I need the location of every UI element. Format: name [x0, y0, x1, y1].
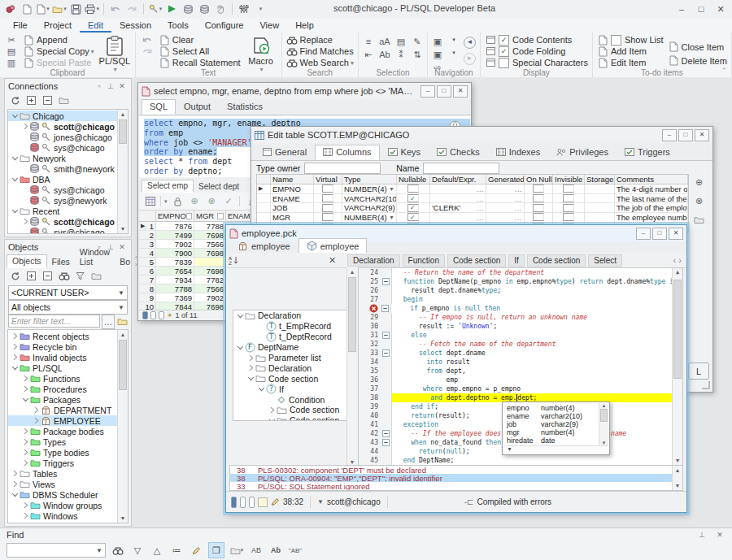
fold-icon[interactable] [381, 438, 392, 447]
expander-icon[interactable] [10, 354, 20, 361]
pin-icon[interactable]: ⊥ [696, 531, 708, 539]
expander-icon[interactable] [246, 364, 255, 371]
expander-icon[interactable] [20, 123, 30, 130]
tab-files[interactable]: Files [47, 256, 75, 268]
current-window-icon[interactable]: ❐ [208, 542, 224, 558]
logon-icon[interactable]: ▾ [148, 2, 163, 16]
checkbox[interactable] [563, 194, 574, 202]
checkbox[interactable]: ✓ [499, 35, 509, 46]
autocomplete-item[interactable]: hiredatedate [503, 436, 599, 445]
undo-icon[interactable] [108, 2, 123, 16]
column-header-invisible[interactable]: Invisible [553, 175, 585, 184]
dialog-tab-keys[interactable]: Keys [380, 145, 429, 160]
expander-icon[interactable] [10, 470, 20, 477]
tree-item[interactable]: Declaration [233, 362, 351, 373]
add-connection-icon[interactable] [24, 94, 38, 107]
expander-icon[interactable] [20, 385, 30, 393]
add-record-icon[interactable]: ⊕ [188, 195, 202, 208]
tree-item[interactable]: Triggers [8, 458, 118, 468]
expander-icon[interactable] [267, 417, 277, 421]
tree-item[interactable]: sys@chicago [8, 142, 118, 153]
expander-icon[interactable] [10, 176, 20, 183]
breadcrumb-item[interactable]: If [508, 254, 525, 267]
checkbox[interactable]: ✓ [407, 194, 419, 202]
checkbox[interactable] [407, 184, 419, 193]
object-type-combo[interactable]: All objects▼ [8, 300, 128, 315]
expander-icon[interactable] [10, 207, 20, 215]
tree-item[interactable]: Declaration [233, 310, 351, 321]
sql-window-titlebar[interactable]: select empno, mgr, ename, deptno from em… [138, 83, 471, 99]
user-combo[interactable]: <CURRENT USER>▼ [8, 285, 128, 300]
cut-icon[interactable]: ✂ [4, 35, 19, 46]
checkbox[interactable] [322, 194, 333, 202]
app-logo-icon[interactable] [3, 2, 18, 16]
expander-icon[interactable] [20, 375, 30, 382]
selection-tool-icon[interactable]: ⇤ [363, 50, 374, 60]
grid-menu-icon[interactable] [143, 195, 157, 208]
scrollbar[interactable]: ▲▼ [672, 466, 682, 490]
breadcrumb-item[interactable]: Select [588, 254, 622, 267]
expander-icon[interactable] [10, 332, 20, 340]
close-icon[interactable]: ✕ [714, 531, 725, 539]
column-header-storage[interactable]: Storage [585, 175, 615, 184]
tree-item[interactable]: Condition [233, 394, 351, 405]
lock-icon[interactable] [171, 195, 185, 208]
checkbox[interactable] [533, 213, 544, 221]
expander-icon[interactable] [256, 385, 266, 393]
plsql-clipboard-button[interactable]: PL/SQL▾ [98, 34, 131, 73]
error-row[interactable]: 33PL/SQL: SQL Statement ignored [230, 482, 682, 490]
tree-item[interactable]: Types [8, 436, 118, 447]
recall-statement-button[interactable]: Recall Statement [159, 57, 241, 68]
close-icon[interactable]: ✕ [695, 129, 709, 141]
tree-item[interactable]: Invalid objects [8, 352, 118, 362]
checkbox[interactable] [322, 213, 333, 221]
redo-icon[interactable] [124, 2, 139, 16]
tab-objects[interactable]: Objects [7, 254, 47, 268]
tree-item[interactable]: Code section [233, 405, 351, 415]
add-item-button[interactable]: Add Item [597, 46, 664, 57]
expander-icon[interactable] [31, 406, 41, 414]
tree-item[interactable]: Tt_DeptRecord [233, 332, 351, 342]
expander-icon[interactable] [267, 406, 277, 414]
filter-folder-icon[interactable] [116, 315, 128, 328]
column-header-type[interactable]: Type [342, 175, 397, 184]
tree-item[interactable]: EMPLOYEE [8, 415, 118, 426]
expander-icon[interactable] [20, 523, 30, 523]
tree-item[interactable]: Windows [8, 510, 118, 521]
expander-icon[interactable] [20, 501, 30, 509]
breadcrumb-item[interactable]: Code section [527, 254, 586, 267]
find-search-icon[interactable] [111, 543, 125, 558]
delete-record-icon[interactable]: ⊗ [205, 195, 219, 208]
maximize-icon[interactable]: □ [437, 85, 451, 98]
menu-tools[interactable]: Tools [159, 20, 197, 33]
selection-tool-icon[interactable]: ⇅ [412, 50, 423, 60]
execute-icon[interactable] [164, 2, 179, 16]
expander-icon[interactable] [31, 417, 41, 424]
tree-item[interactable]: Package bodies [8, 426, 118, 436]
special-characters-toggle[interactable]: Special Characters [485, 57, 588, 68]
close-icon[interactable]: ✕ [453, 85, 468, 98]
scrollbar[interactable]: ▲▼ [346, 267, 357, 467]
error-list[interactable]: 38PLS-00302: component 'DEPT' must be de… [229, 465, 683, 491]
expander-icon[interactable] [20, 396, 30, 403]
select-all-button[interactable]: Select All [159, 46, 241, 57]
tree-item[interactable]: Tables [8, 468, 118, 479]
close-icon[interactable]: ✕ [669, 228, 683, 240]
dialog-tab-triggers[interactable]: Triggers [617, 145, 678, 160]
find-matches-button[interactable]: Find Matches [286, 46, 354, 57]
tree-item[interactable]: Packages [8, 394, 118, 405]
show-list-toggle[interactable]: Show List [597, 34, 664, 46]
tab-sql[interactable]: SQL [142, 99, 176, 115]
tree-item[interactable]: scott@chicago [8, 121, 118, 132]
break-icon[interactable] [213, 2, 228, 16]
web-search-button[interactable]: Web Search▾ [286, 57, 354, 68]
new-document-menu-icon[interactable]: ▾ [36, 2, 50, 16]
copy-icon[interactable]: ▤ [4, 46, 19, 57]
dialog-tab-privileges[interactable]: Privileges [548, 145, 617, 160]
tree-item[interactable]: PL/SQL [8, 362, 118, 373]
bookmark-goto-icon[interactable]: ▣ [432, 50, 443, 60]
expander-icon[interactable] [10, 491, 20, 498]
copy-folder-icon[interactable] [692, 213, 706, 227]
breadcrumb-item[interactable]: Function [403, 254, 445, 267]
dialog-tab-checks[interactable]: Checks [429, 145, 488, 160]
